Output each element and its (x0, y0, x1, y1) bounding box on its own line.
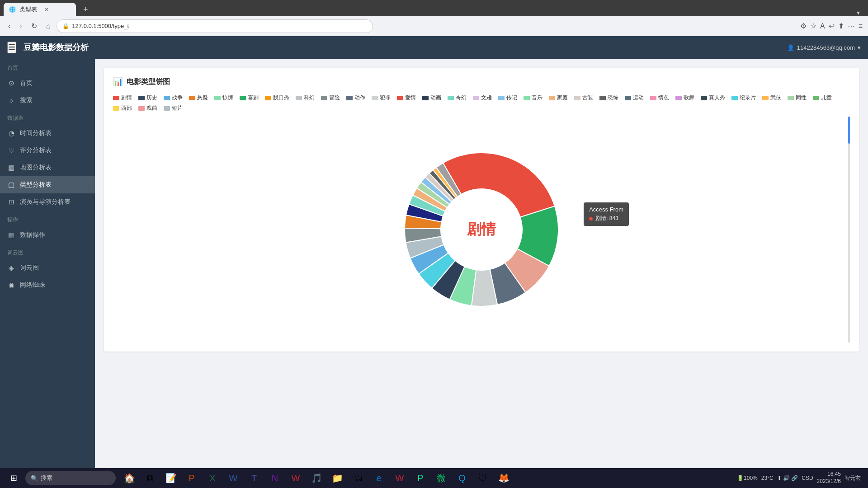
legend-item: 武侠 (762, 94, 781, 102)
sidebar-item-dataops[interactable]: ▦ 数据操作 (0, 226, 95, 244)
reload-button[interactable]: ↻ (28, 20, 40, 32)
taskbar-weixin-icon[interactable]: 微 (431, 470, 451, 486)
legend-label: 家庭 (557, 94, 568, 102)
legend-color-swatch (549, 96, 555, 100)
sidebar-label-map: 地图分析表 (20, 164, 52, 172)
legend-color-swatch (762, 96, 769, 100)
app-body: 首页 ⊙ 首页 ○ 搜索 数据表 ◔ 时间分析表 ♡ 评分分析表 ▦ 地图分析表… (0, 59, 868, 488)
taskbar-firefox-icon[interactable]: 🦊 (494, 470, 514, 486)
legend-color-swatch (788, 96, 794, 100)
taskbar-search-label: 搜索 (41, 474, 52, 482)
sidebar-section-data: 数据表 (0, 109, 95, 125)
taskbar-taskmgr-icon[interactable]: ⧉ (140, 470, 160, 486)
ai-label: 智元玄 (844, 474, 861, 482)
legend-label: 儿童 (821, 94, 832, 102)
legend-label: 爱情 (405, 94, 416, 102)
new-tab-button[interactable]: + (80, 3, 92, 16)
taskbar-teams-icon[interactable]: T (244, 470, 264, 486)
time-icon: ◔ (7, 129, 15, 137)
sidebar-item-home[interactable]: ⊙ 首页 (0, 75, 95, 92)
tab-title: 类型表 (19, 5, 37, 14)
legend-item: 动作 (346, 94, 365, 102)
sidebar-item-actor[interactable]: ⊡ 演员与导演分析表 (0, 193, 95, 211)
browser-tab[interactable]: 🌐 类型表 ✕ (4, 3, 76, 16)
legend-color-swatch (138, 96, 145, 100)
legend-item: 犯罪 (372, 94, 391, 102)
bookmark-button[interactable]: ☆ (810, 22, 816, 30)
legend-label: 运动 (633, 94, 644, 102)
sidebar-item-type[interactable]: ▢ 类型分析表 (0, 176, 95, 193)
chart-header-icon: 📊 (113, 77, 123, 87)
hamburger-button[interactable]: ☰ (7, 42, 16, 53)
scroll-indicator[interactable] (848, 117, 850, 343)
legend-color-swatch (498, 96, 505, 100)
weather-temp: 23°C (761, 475, 774, 481)
back-button[interactable]: ‹ (5, 20, 13, 32)
taskbar-pycharm-icon[interactable]: P (410, 470, 430, 486)
sidebar-item-spider[interactable]: ◉ 网络蜘蛛 (0, 277, 95, 294)
taskbar-excel-icon[interactable]: X (203, 470, 222, 486)
legend-color-swatch (675, 96, 682, 100)
legend-item: 恐怖 (599, 94, 618, 102)
translate-button[interactable]: A (820, 22, 825, 30)
taskbar-qq-icon[interactable]: Q (452, 470, 472, 486)
taskbar-files-icon[interactable]: 🗂 (348, 470, 368, 486)
taskbar-house-icon[interactable]: 🏠 (119, 470, 139, 486)
sidebar-label-dataops: 数据操作 (20, 231, 45, 239)
sidebar-label-home: 首页 (20, 79, 33, 87)
taskbar-onenote-icon[interactable]: N (265, 470, 285, 486)
donut-segment-剧情[interactable] (443, 153, 555, 217)
taskbar-ppt-icon[interactable]: P (182, 470, 202, 486)
tab-list-button[interactable]: ▾ (852, 9, 864, 16)
taskbar-explorer-icon[interactable]: 📁 (327, 470, 347, 486)
sidebar-item-score[interactable]: ♡ 评分分析表 (0, 142, 95, 159)
sidebar-section-ops: 操作 (0, 211, 95, 226)
legend-label: 冒险 (329, 94, 340, 102)
legend-item: 奇幻 (448, 94, 467, 102)
legend-item: 歌舞 (675, 94, 694, 102)
home-button[interactable]: ⌂ (43, 20, 53, 32)
share-button[interactable]: ⬆ (838, 22, 844, 30)
taskbar-sticky-icon[interactable]: 📝 (161, 470, 181, 486)
legend-label: 奇幻 (456, 94, 467, 102)
sidebar-item-time[interactable]: ◔ 时间分析表 (0, 125, 95, 142)
sidebar-item-wordcloud[interactable]: ◈ 词云图 (0, 259, 95, 277)
taskbar-time[interactable]: 16:45 2023/12/6 (817, 471, 841, 485)
app-title: 豆瓣电影数据分析 (24, 42, 89, 53)
more-button[interactable]: ⋯ (848, 22, 855, 30)
taskbar-antivirus-icon[interactable]: 🛡 (473, 470, 493, 486)
legend-color-swatch (599, 96, 606, 100)
legend-color-swatch (650, 96, 656, 100)
forward-button[interactable]: › (17, 20, 24, 32)
taskbar-search[interactable]: 🔍 搜索 (25, 471, 116, 485)
menu-button[interactable]: ≡ (859, 22, 863, 30)
legend-color-swatch (372, 96, 378, 100)
chart-container: 剧情 Access From 剧情: 843 (113, 117, 850, 343)
battery-icon: 🔋100% (737, 475, 758, 481)
legend-color-swatch (524, 96, 530, 100)
taskbar-wps2-icon[interactable]: W (390, 470, 410, 486)
legend-item: 悬疑 (189, 94, 208, 102)
back2-button[interactable]: ↩ (829, 22, 835, 30)
legend-color-swatch (296, 96, 302, 100)
start-button[interactable]: ⊞ (4, 470, 24, 486)
tab-close-button[interactable]: ✕ (44, 6, 49, 13)
taskbar-word-icon[interactable]: W (223, 470, 243, 486)
sidebar-item-map[interactable]: ▦ 地图分析表 (0, 159, 95, 176)
legend-item: 音乐 (524, 94, 542, 102)
legend-label: 脱口秀 (273, 94, 289, 102)
taskbar-music-icon[interactable]: 🎵 (307, 470, 326, 486)
sidebar-section-home: 首页 (0, 59, 95, 75)
user-info[interactable]: 👤 1142284563@qq.com ▾ (787, 44, 861, 51)
extension-button[interactable]: ⚙ (800, 22, 807, 30)
address-bar[interactable]: 🔒 127.0.0.1:5000/type_t (57, 19, 373, 33)
taskbar-edge-icon[interactable]: e (369, 470, 389, 486)
legend-color-swatch (625, 96, 631, 100)
legend-item: 惊悚 (214, 94, 233, 102)
sidebar-item-search[interactable]: ○ 搜索 (0, 92, 95, 109)
app-header: ☰ 豆瓣电影数据分析 👤 1142284563@qq.com ▾ (0, 36, 868, 59)
sidebar-label-spider: 网络蜘蛛 (20, 281, 45, 289)
tooltip-dot (589, 217, 593, 221)
search-icon: ○ (7, 97, 15, 104)
taskbar-wps-icon[interactable]: W (286, 470, 306, 486)
